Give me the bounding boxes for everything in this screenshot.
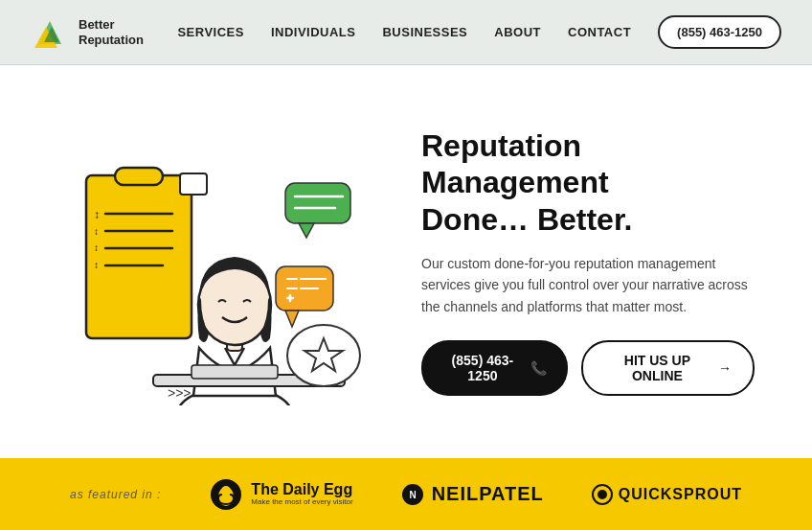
nav-contact[interactable]: CONTACT	[568, 25, 631, 39]
svg-point-36	[221, 486, 231, 495]
logo[interactable]: Better Reputation	[31, 13, 144, 52]
svg-point-40	[598, 490, 607, 499]
svg-rect-3	[86, 175, 192, 338]
header-phone-button[interactable]: (855) 463-1250	[658, 15, 781, 49]
hero-title: Reputation Management Done… Better.	[421, 127, 755, 238]
daily-egg-tagline: Make the most of every visitor	[251, 498, 352, 507]
svg-text:↕: ↕	[94, 260, 99, 270]
quicksprout-icon	[592, 484, 613, 505]
phone-icon: 📞	[530, 360, 547, 376]
svg-text:>>>: >>>	[168, 385, 192, 401]
hero-buttons: (855) 463-1250 📞 HIT US UP ONLINE →	[421, 340, 755, 396]
svg-text:↕: ↕	[94, 226, 99, 237]
daily-egg-logo: The Daily Egg Make the most of every vis…	[209, 477, 352, 512]
hero-illustration: ↕ ↕ ↕ ↕	[57, 118, 364, 405]
hero-section: ↕ ↕ ↕ ↕	[0, 65, 812, 458]
arrow-icon: →	[718, 360, 732, 376]
neilpatel-logo: N NEILPATEL	[401, 483, 544, 506]
hero-online-label: HIT US UP ONLINE	[604, 353, 710, 383]
svg-rect-20	[285, 183, 350, 223]
logo-reputation: Reputation	[79, 33, 144, 48]
logo-text: Better Reputation	[79, 17, 144, 47]
hero-title-line2: Done… Better.	[421, 202, 632, 237]
hero-content: Reputation Management Done… Better. Our …	[421, 127, 755, 396]
featured-label: as featured in :	[70, 488, 161, 501]
daily-egg-icon	[209, 477, 243, 512]
logo-better: Better	[79, 17, 144, 33]
svg-text:↕: ↕	[94, 208, 100, 221]
svg-point-32	[287, 325, 360, 386]
hero-phone-button[interactable]: (855) 463-1250 📞	[421, 340, 568, 396]
nav-services[interactable]: SERVICES	[177, 25, 244, 39]
svg-rect-4	[115, 168, 163, 185]
illustration-svg: ↕ ↕ ↕ ↕	[57, 118, 364, 405]
nav-about[interactable]: ABOUT	[494, 25, 541, 39]
svg-text:↕: ↕	[94, 242, 99, 253]
svg-marker-25	[285, 311, 299, 327]
neilpatel-text: NEILPATEL	[432, 483, 544, 505]
hero-phone-label: (855) 463-1250	[442, 353, 523, 383]
hero-title-line1: Reputation Management	[421, 128, 609, 199]
daily-egg-text: The Daily Egg Make the most of every vis…	[251, 481, 352, 506]
hero-online-button[interactable]: HIT US UP ONLINE →	[581, 340, 755, 396]
svg-rect-18	[192, 365, 278, 379]
nav-individuals[interactable]: INDIVIDUALS	[271, 25, 356, 39]
logo-icon	[31, 13, 69, 52]
svg-text:N: N	[409, 490, 416, 500]
svg-marker-21	[299, 223, 314, 238]
main-nav: SERVICES INDIVIDUALS BUSINESSES ABOUT CO…	[177, 15, 781, 49]
header: Better Reputation SERVICES INDIVIDUALS B…	[0, 0, 812, 65]
quicksprout-text: QUICKSPROUT	[619, 486, 742, 503]
featured-bar: as featured in : The Daily Egg Make the …	[0, 458, 812, 530]
neilpatel-icon: N	[401, 483, 424, 506]
hero-description: Our custom done-for-you reputation manag…	[421, 253, 755, 317]
nav-businesses[interactable]: BUSINESSES	[382, 25, 467, 39]
daily-egg-name: The Daily Egg	[251, 481, 352, 498]
quicksprout-logo: QUICKSPROUT	[592, 484, 742, 505]
svg-rect-13	[180, 173, 207, 195]
